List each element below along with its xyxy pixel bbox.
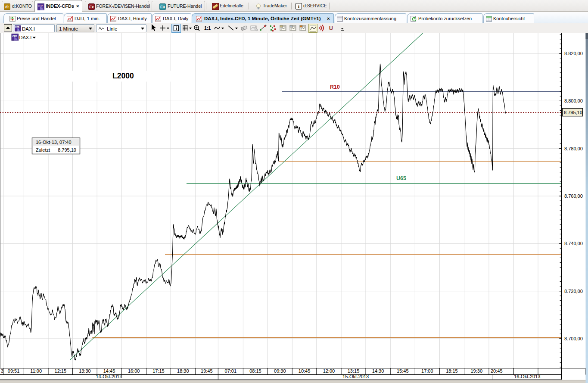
svg-text:U65: U65 — [396, 175, 406, 181]
svg-text:3: 3 — [1, 368, 3, 374]
svg-text:15-Okt-2013: 15-Okt-2013 — [342, 374, 369, 379]
svg-text:15:45: 15:45 — [397, 368, 409, 374]
svg-text:R10: R10 — [330, 84, 340, 90]
svg-text:19:30: 19:30 — [470, 368, 482, 374]
svg-text:16-Okt-2013: 16-Okt-2013 — [514, 374, 540, 379]
svg-text:07:01: 07:01 — [225, 368, 237, 374]
svg-text:L2000: L2000 — [112, 72, 134, 80]
svg-text:DAX.I: DAX.I — [19, 35, 32, 40]
svg-text:12:00: 12:00 — [323, 368, 335, 374]
svg-text:14:45: 14:45 — [103, 368, 115, 374]
svg-text:13:30: 13:30 — [79, 368, 91, 374]
svg-text:8.700,00: 8.700,00 — [564, 336, 583, 341]
svg-text:16:00: 16:00 — [128, 368, 140, 374]
svg-text:09:51: 09:51 — [8, 368, 20, 374]
svg-text:i: i — [16, 37, 17, 40]
svg-text:14-Okt-2013: 14-Okt-2013 — [96, 374, 122, 379]
svg-text:16-Okt-13, 07:40: 16-Okt-13, 07:40 — [36, 140, 72, 145]
svg-text:8.740,00: 8.740,00 — [564, 241, 583, 246]
svg-text:8.800,00: 8.800,00 — [564, 98, 583, 103]
svg-text:17:15: 17:15 — [152, 368, 165, 374]
svg-text:8.720,00: 8.720,00 — [564, 289, 583, 294]
svg-text:i: i — [18, 28, 19, 31]
svg-text:8.795,10: 8.795,10 — [58, 147, 76, 153]
svg-text:11:00: 11:00 — [30, 368, 42, 374]
svg-text:U: U — [329, 25, 333, 31]
svg-text:8.795,10: 8.795,10 — [564, 110, 582, 115]
svg-text:19:45: 19:45 — [201, 368, 213, 374]
svg-text:20:45: 20:45 — [491, 368, 503, 374]
svg-text:i: i — [42, 6, 43, 10]
svg-text:14:30: 14:30 — [372, 368, 384, 374]
svg-text:18:15: 18:15 — [446, 368, 458, 374]
svg-text:CFD: CFD — [15, 26, 19, 28]
svg-text:1:1: 1:1 — [204, 25, 211, 31]
svg-text:8.760,00: 8.760,00 — [564, 193, 583, 199]
svg-text:8.820,00: 8.820,00 — [564, 51, 583, 56]
svg-text:17:00: 17:00 — [421, 368, 433, 374]
svg-text:13:15: 13:15 — [348, 368, 360, 374]
svg-text:08:15: 08:15 — [249, 368, 261, 374]
svg-text:Zuletzt: Zuletzt — [36, 147, 50, 153]
svg-text:09:30: 09:30 — [274, 368, 286, 374]
svg-text:12:15: 12:15 — [55, 368, 67, 374]
svg-text:8.780,00: 8.780,00 — [564, 146, 583, 151]
svg-text:18:30: 18:30 — [177, 368, 189, 374]
svg-text:10:45: 10:45 — [299, 368, 311, 374]
